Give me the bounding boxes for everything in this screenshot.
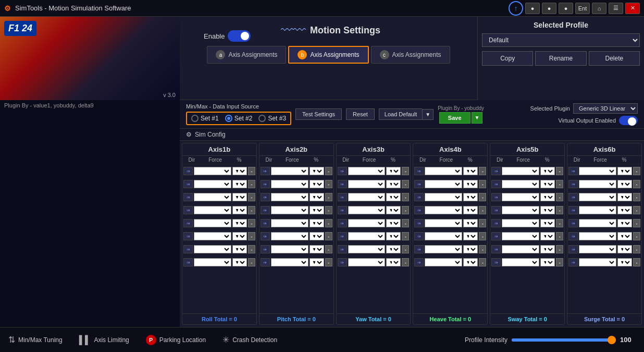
minus-btn-5-1[interactable]: - (556, 167, 563, 175)
minus-btn-6-8[interactable]: - (633, 258, 640, 266)
force-select-5-2[interactable] (502, 180, 539, 188)
force-select-1-6[interactable] (194, 232, 231, 240)
force-select-1-7[interactable] (194, 245, 231, 253)
force-select-4-8[interactable] (425, 258, 462, 266)
pct-select-4-5[interactable]: ▼ (463, 219, 478, 227)
pct-select-3-1[interactable]: ▼ (386, 167, 401, 175)
pct-select-6-1[interactable]: ▼ (617, 167, 632, 175)
pct-select-2-8[interactable]: ▼ (309, 258, 324, 266)
pct-select-5-6[interactable]: ▼ (540, 232, 555, 240)
reset-button[interactable]: Reset (346, 108, 375, 120)
menu-button[interactable]: ☰ (609, 3, 623, 14)
minus-btn-4-3[interactable]: - (479, 193, 486, 201)
minus-btn-4-7[interactable]: - (479, 245, 486, 253)
minus-btn-6-6[interactable]: - (633, 232, 640, 240)
settings-button[interactable]: ● (559, 3, 573, 14)
tab-b-axis[interactable]: b Axis Assignments (288, 46, 368, 64)
minus-btn-2-3[interactable]: - (325, 193, 332, 201)
radio-set3[interactable]: Set #3 (258, 115, 286, 122)
pct-select-3-7[interactable]: ▼ (386, 245, 401, 253)
load-default-dropdown[interactable]: ▼ (422, 109, 434, 120)
pct-select-4-3[interactable]: ▼ (463, 193, 478, 201)
pct-select-5-2[interactable]: ▼ (540, 180, 555, 188)
minus-btn-4-2[interactable]: - (479, 180, 486, 188)
home-button[interactable]: ⌂ (592, 3, 606, 14)
copy-button[interactable]: Copy (482, 51, 533, 66)
pct-select-6-6[interactable]: ▼ (617, 232, 632, 240)
plugin-select[interactable]: Generic 3D Linear (573, 103, 638, 114)
force-select-2-4[interactable] (271, 206, 308, 214)
force-select-1-5[interactable] (194, 219, 231, 227)
virtual-output-toggle[interactable] (619, 116, 638, 125)
minus-btn-4-4[interactable]: - (479, 206, 486, 214)
rename-button[interactable]: Rename (535, 51, 586, 66)
pct-select-6-5[interactable]: ▼ (617, 219, 632, 227)
force-select-2-5[interactable] (271, 219, 308, 227)
pct-select-5-3[interactable]: ▼ (540, 193, 555, 201)
minus-btn-3-5[interactable]: - (402, 219, 409, 227)
force-select-4-3[interactable] (425, 193, 462, 201)
minus-btn-5-5[interactable]: - (556, 219, 563, 227)
minus-btn-1-2[interactable]: - (248, 180, 255, 188)
minus-btn-4-6[interactable]: - (479, 232, 486, 240)
pct-select-5-7[interactable]: ▼ (540, 245, 555, 253)
force-select-2-1[interactable] (271, 167, 308, 175)
sim-config-button[interactable]: ⚙ Sim Config (186, 131, 226, 138)
minus-btn-2-2[interactable]: - (325, 180, 332, 188)
minus-btn-2-6[interactable]: - (325, 232, 332, 240)
force-select-2-7[interactable] (271, 245, 308, 253)
force-select-4-1[interactable] (425, 167, 462, 175)
minus-btn-2-5[interactable]: - (325, 219, 332, 227)
pct-select-4-6[interactable]: ▼ (463, 232, 478, 240)
minus-btn-1-5[interactable]: - (248, 219, 255, 227)
pct-select-5-5[interactable]: ▼ (540, 219, 555, 227)
close-button[interactable]: ✕ (625, 3, 640, 14)
pct-select-6-4[interactable]: ▼ (617, 206, 632, 214)
pct-select-5-8[interactable]: ▼ (540, 258, 555, 266)
minus-btn-3-8[interactable]: - (402, 258, 409, 266)
minus-btn-5-3[interactable]: - (556, 193, 563, 201)
minus-btn-3-2[interactable]: - (402, 180, 409, 188)
minus-btn-3-7[interactable]: - (402, 245, 409, 253)
minus-btn-4-1[interactable]: - (479, 167, 486, 175)
minus-btn-1-7[interactable]: - (248, 245, 255, 253)
force-select-5-4[interactable] (502, 206, 539, 214)
force-select-3-6[interactable] (348, 232, 386, 240)
minus-btn-1-1[interactable]: - (248, 167, 255, 175)
force-select-4-6[interactable] (425, 232, 462, 240)
pct-select-1-4[interactable]: ▼ (232, 206, 247, 214)
test-settings-button[interactable]: Test Settings (295, 108, 342, 120)
pct-select-2-6[interactable]: ▼ (309, 232, 324, 240)
force-select-6-1[interactable] (579, 167, 616, 175)
minus-btn-6-5[interactable]: - (633, 219, 640, 227)
force-select-1-1[interactable] (194, 167, 231, 175)
profile-select[interactable]: Default (482, 33, 640, 47)
force-select-3-8[interactable] (348, 258, 386, 266)
pct-select-5-1[interactable]: ▼ (540, 167, 555, 175)
pct-select-1-8[interactable]: ▼ (232, 258, 247, 266)
force-select-6-2[interactable] (579, 180, 616, 188)
force-select-5-3[interactable] (502, 193, 539, 201)
pct-select-1-6[interactable]: ▼ (232, 232, 247, 240)
pct-select-1-2[interactable]: ▼ (232, 180, 247, 188)
minus-btn-1-8[interactable]: - (248, 258, 255, 266)
minus-btn-2-8[interactable]: - (325, 258, 332, 266)
force-select-4-2[interactable] (425, 180, 462, 188)
enable-toggle[interactable] (228, 30, 251, 42)
minus-btn-5-8[interactable]: - (556, 258, 563, 266)
axis-limiting-item[interactable]: ▌▌ Axis Limiting (79, 335, 129, 345)
pct-select-4-7[interactable]: ▼ (463, 245, 478, 253)
force-select-2-3[interactable] (271, 193, 308, 201)
delete-button[interactable]: Delete (589, 51, 640, 66)
minus-btn-5-7[interactable]: - (556, 245, 563, 253)
pct-select-1-1[interactable]: ▼ (232, 167, 247, 175)
force-select-3-7[interactable] (348, 245, 386, 253)
pct-select-6-3[interactable]: ▼ (617, 193, 632, 201)
pct-select-3-3[interactable]: ▼ (386, 193, 401, 201)
pct-select-2-4[interactable]: ▼ (309, 206, 324, 214)
force-select-6-6[interactable] (579, 232, 616, 240)
minmax-tuning-item[interactable]: ⇅ Min/Max Tuning (8, 335, 63, 345)
pct-select-6-8[interactable]: ▼ (617, 258, 632, 266)
force-select-2-2[interactable] (271, 180, 308, 188)
minus-btn-3-4[interactable]: - (402, 206, 409, 214)
